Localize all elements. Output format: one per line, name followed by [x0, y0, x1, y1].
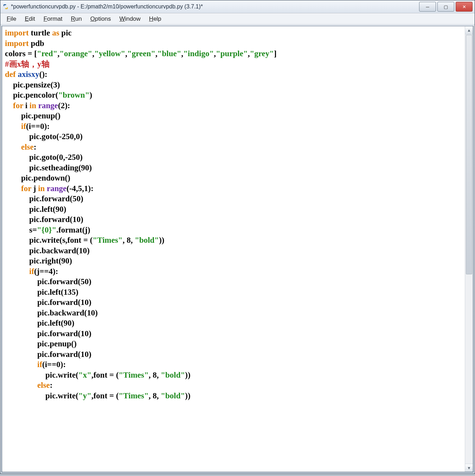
code-line: else:	[5, 142, 471, 152]
code-line: pic.penup()	[5, 111, 471, 121]
code-line: pic.pendown()	[5, 173, 471, 183]
code-line: for j in range(-4,5,1):	[5, 183, 471, 194]
code-line: def axisxy():	[5, 69, 471, 80]
code-line: import pdb	[5, 38, 471, 49]
idle-app-icon	[2, 4, 9, 10]
code-line: pic.forward(50)	[5, 194, 471, 204]
code-line: pic.write(s,font = ("Times", 8, "bold"))	[5, 235, 471, 246]
code-line: #画x轴，y轴	[5, 59, 471, 70]
code-line: pic.write("x",font = ("Times", 8, "bold"…	[5, 370, 471, 380]
code-line: if(i==0):	[5, 359, 471, 370]
menubar: File Edit Format Run Options Window Help	[0, 13, 475, 25]
menu-file[interactable]: File	[2, 14, 20, 24]
scroll-down-arrow-icon[interactable]: ▼	[465, 464, 473, 472]
window-title: *powerfunctioncurvpdb.py - E:/pmath2/m10…	[11, 4, 203, 10]
code-line: else:	[5, 380, 471, 391]
code-line: pic.forward(10)	[5, 349, 471, 360]
code-line: colors = ["red","orange","yellow","green…	[5, 48, 471, 59]
code-line: pic.left(90)	[5, 318, 471, 328]
code-line: pic.pencolor("brown")	[5, 90, 471, 100]
code-line: if(j==4):	[5, 266, 471, 277]
code-line: pic.goto(-250,0)	[5, 131, 471, 142]
scroll-thumb[interactable]	[466, 35, 472, 274]
maximize-icon: ▢	[444, 4, 448, 9]
code-line: pic.write("y",font = ("Times", 8, "bold"…	[5, 391, 471, 401]
code-line: pic.backward(10)	[5, 246, 471, 256]
code-line: pic.setheading(90)	[5, 163, 471, 173]
code-line: pic.penup()	[5, 339, 471, 349]
code-line: pic.backward(10)	[5, 308, 471, 318]
code-line: pic.right(90)	[5, 256, 471, 266]
vertical-scrollbar[interactable]: ▲ ▼	[465, 26, 473, 472]
editor-frame: import turtle as picimport pdbcolors = […	[1, 26, 474, 472]
code-line: pic.left(90)	[5, 204, 471, 215]
menu-run[interactable]: Run	[67, 14, 86, 24]
idle-window: *powerfunctioncurvpdb.py - E:/pmath2/m10…	[0, 0, 475, 474]
code-line: pic.pensize(3)	[5, 80, 471, 90]
code-line: pic.forward(10)	[5, 214, 471, 225]
code-line: pic.left(135)	[5, 287, 471, 298]
menu-options[interactable]: Options	[86, 14, 115, 24]
scroll-up-arrow-icon[interactable]: ▲	[465, 26, 473, 34]
code-line: s="{0}".format(j)	[5, 225, 471, 235]
code-line: pic.forward(10)	[5, 328, 471, 339]
code-editor[interactable]: import turtle as picimport pdbcolors = […	[2, 26, 473, 472]
menu-help[interactable]: Help	[145, 14, 166, 24]
close-button[interactable]: ✕	[456, 2, 473, 12]
minimize-icon: ─	[426, 4, 429, 9]
menu-edit[interactable]: Edit	[20, 14, 39, 24]
code-line: pic.forward(50)	[5, 276, 471, 287]
code-line: if(i==0):	[5, 121, 471, 132]
window-controls: ─ ▢ ✕	[418, 2, 473, 12]
code-line: pic.goto(0,-250)	[5, 152, 471, 163]
minimize-button[interactable]: ─	[419, 2, 436, 12]
maximize-button[interactable]: ▢	[437, 2, 454, 12]
code-text[interactable]: import turtle as picimport pdbcolors = […	[2, 26, 473, 472]
code-line: for i in range(2):	[5, 100, 471, 111]
titlebar[interactable]: *powerfunctioncurvpdb.py - E:/pmath2/m10…	[0, 0, 475, 13]
code-line: pic.forward(10)	[5, 297, 471, 308]
close-icon: ✕	[462, 4, 466, 9]
menu-window[interactable]: Window	[115, 14, 145, 24]
code-line: import turtle as pic	[5, 28, 471, 38]
menu-format[interactable]: Format	[39, 14, 67, 24]
